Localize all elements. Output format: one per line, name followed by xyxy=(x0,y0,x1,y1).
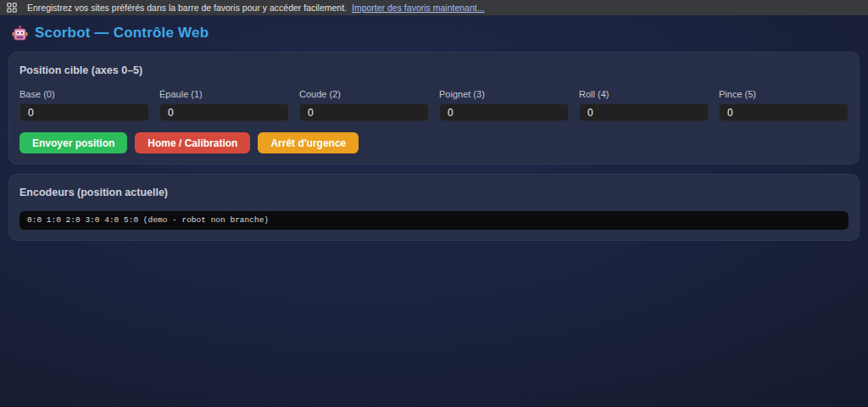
axis-field-poignet: Poignet (3) xyxy=(439,89,569,121)
axis-field-epaule: Épaule (1) xyxy=(159,89,289,121)
home-calibration-button[interactable]: Home / Calibration xyxy=(135,132,250,153)
encoders-readout: 0:0 1:0 2:0 3:0 4:0 5:0 (demo - robot no… xyxy=(19,211,849,230)
axis-label-poignet: Poignet (3) xyxy=(439,89,569,99)
axis-label-roll: Roll (4) xyxy=(579,89,709,99)
axis-label-coude: Coude (2) xyxy=(299,89,429,99)
axis-label-base: Base (0) xyxy=(19,89,149,99)
apps-grid-icon[interactable] xyxy=(7,3,17,13)
favorites-bar: Enregistrez vos sites préférés dans la b… xyxy=(0,0,868,15)
axis-input-base[interactable] xyxy=(19,103,149,121)
favorites-bar-message: Enregistrez vos sites préférés dans la b… xyxy=(27,3,347,13)
emergency-stop-button[interactable]: Arrêt d'urgence xyxy=(258,132,359,153)
axis-field-pince: Pince (5) xyxy=(719,89,849,121)
import-favorites-link[interactable]: Importer des favoris maintenant... xyxy=(352,3,484,13)
axes-grid: Base (0) Épaule (1) Coude (2) Poignet (3… xyxy=(19,89,849,121)
page-background: Scorbot — Contrôle Web Position cible (a… xyxy=(0,15,868,407)
encoders-panel-title: Encodeurs (position actuelle) xyxy=(19,187,849,198)
axis-input-coude[interactable] xyxy=(299,103,429,121)
encoders-panel: Encodeurs (position actuelle) 0:0 1:0 2:… xyxy=(8,174,860,241)
page-title: Scorbot — Contrôle Web xyxy=(35,25,209,42)
app-header: Scorbot — Contrôle Web xyxy=(8,15,860,52)
axis-label-epaule: Épaule (1) xyxy=(159,89,289,99)
axis-field-coude: Coude (2) xyxy=(299,89,429,121)
axis-input-poignet[interactable] xyxy=(439,103,569,121)
axis-field-base: Base (0) xyxy=(19,89,149,121)
target-position-panel: Position cible (axes 0–5) Base (0) Épaul… xyxy=(8,52,860,164)
axis-input-epaule[interactable] xyxy=(159,103,289,121)
axis-input-pince[interactable] xyxy=(719,103,849,121)
send-position-button[interactable]: Envoyer position xyxy=(19,132,127,153)
axis-field-roll: Roll (4) xyxy=(579,89,709,121)
robot-face-icon xyxy=(12,25,28,41)
button-row: Envoyer position Home / Calibration Arrê… xyxy=(19,132,849,153)
axis-input-roll[interactable] xyxy=(579,103,709,121)
axis-label-pince: Pince (5) xyxy=(719,89,849,99)
target-panel-title: Position cible (axes 0–5) xyxy=(19,64,849,76)
